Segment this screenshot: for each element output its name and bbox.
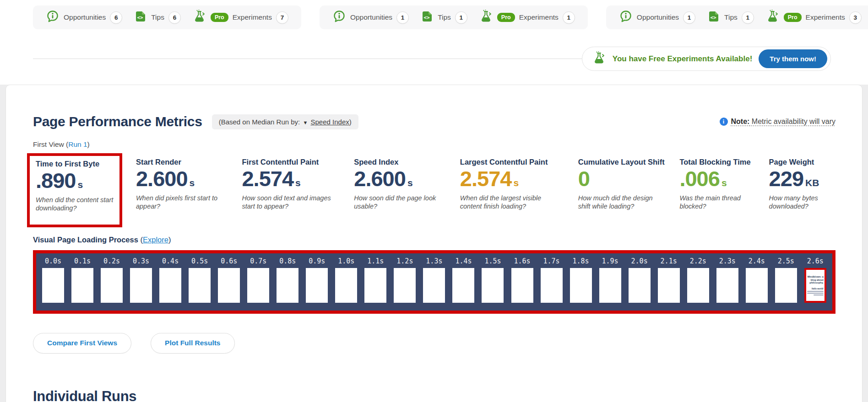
frame-thumbnail[interactable] [775, 268, 797, 303]
tips-group[interactable]: <> Tips 6 [134, 10, 181, 25]
frame-time-label: 2.0s [629, 257, 651, 265]
free-experiments-pill: You have Free Experiments Available! Try… [582, 47, 831, 71]
frame-time-label: 2.5s [775, 257, 797, 265]
frame-thumbnail[interactable] [101, 268, 123, 303]
experiments-flask-icon [592, 51, 606, 67]
metric-name: Page Weight [769, 158, 835, 166]
try-them-now-button[interactable]: Try them now! [759, 49, 827, 68]
metric-number: 2.574 [242, 167, 293, 190]
frame-time-label: 0.1s [71, 257, 93, 265]
frame-thumbnail[interactable] [746, 268, 768, 303]
opportunities-label: Opportunities [637, 13, 679, 21]
filmstrip-frame: 2.4s [746, 257, 768, 303]
frame-thumbnail[interactable] [42, 268, 64, 303]
frame-thumbnail[interactable] [159, 268, 181, 303]
note-body: Metric availability will vary [749, 118, 835, 125]
metric-unit: s [407, 177, 413, 188]
tips-count: 1 [455, 11, 467, 24]
metric: Cumulative Layout Shift 0 How much did t… [578, 157, 666, 211]
info-icon: i [720, 118, 728, 126]
frame-time-label: 2.1s [658, 257, 680, 265]
frame-thumbnail[interactable] [452, 268, 474, 303]
compare-first-views-button[interactable]: Compare First Views [33, 333, 131, 354]
filmstrip-frame: 2.0s [629, 257, 651, 303]
frame-thumbnail[interactable] [306, 268, 328, 303]
metric-description: How much did the design shift while load… [578, 194, 666, 210]
metric-name: Total Blocking Time [679, 158, 755, 166]
filmstrip-frame: 2.1s [658, 257, 680, 303]
opportunities-count: 1 [683, 11, 695, 24]
tips-group[interactable]: <> Tips 1 [421, 10, 467, 25]
frame-time-label: 1.7s [541, 257, 563, 265]
divider-line [33, 59, 582, 59]
first-view-prefix: First View ( [33, 140, 68, 148]
frame-thumbnail[interactable] [570, 268, 592, 303]
frame-thumbnail[interactable] [364, 268, 386, 303]
frame-thumbnail[interactable] [423, 268, 445, 303]
frame-thumbnail[interactable] [218, 268, 240, 303]
summary-bar: Opportunities 6 <> Tips 6 [0, 0, 868, 29]
metric-number: 2.574 [460, 167, 512, 190]
filmstrip-frame: 1.7s [541, 257, 563, 303]
median-run-selector[interactable]: (Based on Median Run by: ▼ Speed Index) [212, 114, 358, 129]
frame-thumbnail[interactable] [394, 268, 416, 303]
frame-time-label: 1.8s [570, 257, 592, 265]
frame-time-label: 1.6s [511, 257, 533, 265]
opportunities-label: Opportunities [64, 13, 106, 21]
experiments-group[interactable]: Pro Experiments 7 [193, 10, 288, 25]
metric-value: 2.600 s [354, 167, 446, 190]
frame-thumbnail[interactable] [599, 268, 621, 303]
run-1-link[interactable]: Run 1 [68, 140, 87, 148]
frame-thumbnail[interactable] [482, 268, 504, 303]
final-frame-thumbnail[interactable]: ·Mindblown: a blog about philosophy.Hell… [804, 268, 826, 303]
frame-thumbnail[interactable] [511, 268, 533, 303]
frame-time-label: 0.0s [42, 257, 64, 265]
filmstrip-frame: 0.0s [42, 257, 64, 303]
opportunities-group[interactable]: Opportunities 6 [46, 10, 122, 25]
frame-thumbnail[interactable] [335, 268, 357, 303]
experiments-group[interactable]: Pro Experiments 1 [479, 10, 575, 25]
metric-unit: s [190, 177, 195, 188]
frame-thumbnail[interactable] [629, 268, 651, 303]
experiments-flask-icon [193, 10, 206, 25]
metric: Start Render 2.600 s When did pixels fir… [136, 157, 228, 211]
explore-link[interactable]: Explore [143, 236, 168, 244]
first-view-label: First View (Run 1) [33, 140, 835, 149]
page-title: Page Performance Metrics [33, 114, 202, 129]
frame-thumbnail[interactable] [541, 268, 563, 303]
frame-thumbnail[interactable] [277, 268, 298, 303]
metric-value: .890 s [36, 169, 117, 192]
plot-full-results-button[interactable]: Plot Full Results [151, 333, 234, 354]
summary-panel: Opportunities 6 <> Tips 6 [33, 5, 301, 29]
frame-time-label: 2.3s [716, 257, 738, 265]
filmstrip-frame: 1.1s [364, 257, 386, 303]
metric-description: Was the main thread blocked? [679, 194, 755, 210]
preview-text-bar [807, 293, 824, 294]
first-view-suffix: ) [87, 140, 90, 148]
filmstrip-frame: 1.3s [423, 257, 445, 303]
frame-thumbnail[interactable] [658, 268, 680, 303]
pro-badge: Pro [497, 13, 515, 22]
content-band: Page Performance Metrics (Based on Media… [0, 85, 868, 402]
tips-group[interactable]: <> Tips 1 [707, 10, 754, 25]
frame-time-label: 0.4s [159, 257, 181, 265]
opportunities-count: 1 [396, 11, 409, 24]
experiments-flask-icon [766, 10, 780, 25]
frame-thumbnail[interactable] [189, 268, 211, 303]
metric-number: .006 [679, 167, 719, 190]
frame-thumbnail[interactable] [130, 268, 152, 303]
frame-thumbnail[interactable] [247, 268, 269, 303]
tips-label: Tips [151, 13, 164, 21]
tips-count: 6 [168, 11, 181, 24]
frame-thumbnail[interactable] [687, 268, 709, 303]
svg-text:<>: <> [710, 15, 716, 21]
filmstrip-frame: 0.6s [218, 257, 240, 303]
opportunities-group[interactable]: Opportunities 1 [332, 10, 409, 25]
median-metric-link[interactable]: Speed Index [310, 118, 349, 126]
opportunities-group[interactable]: Opportunities 1 [619, 10, 695, 25]
experiments-group[interactable]: Pro Experiments 3 [766, 10, 862, 25]
filmstrip-frame: 1.5s [482, 257, 504, 303]
frame-thumbnail[interactable] [71, 268, 93, 303]
frame-thumbnail[interactable] [716, 268, 738, 303]
experiments-count: 7 [276, 11, 288, 24]
